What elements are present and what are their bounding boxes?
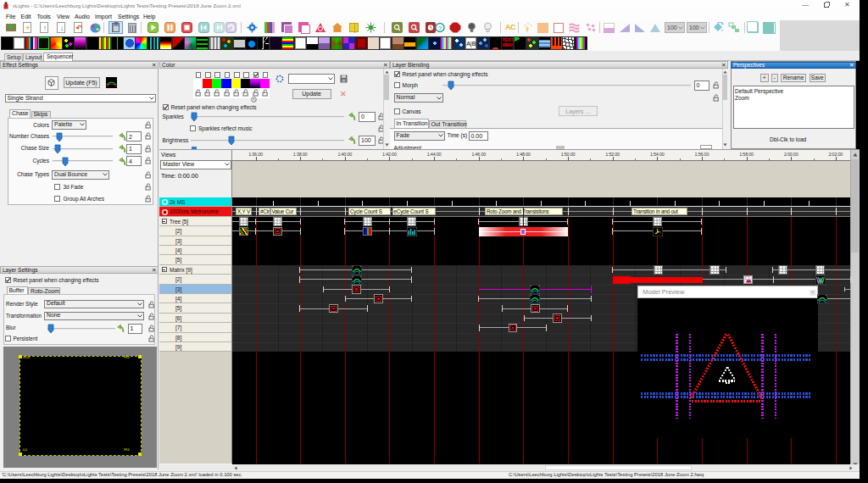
svg-text:?: ? (438, 25, 442, 32)
